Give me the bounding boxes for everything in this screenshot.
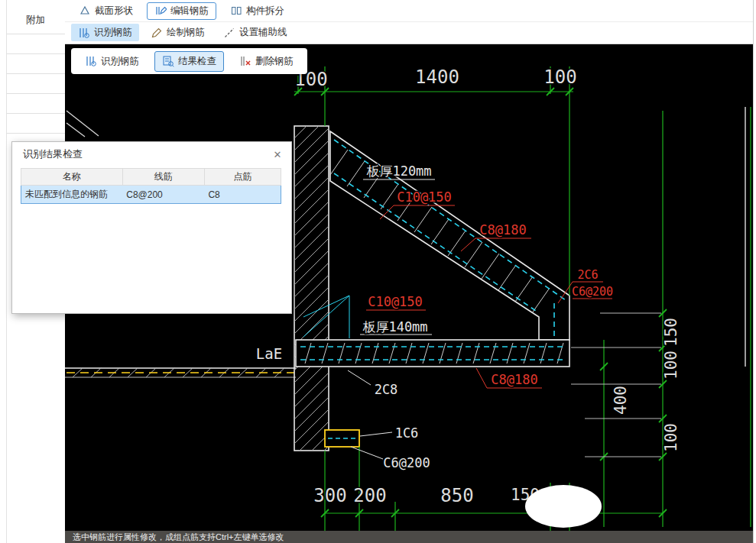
aux-line-icon [223, 27, 235, 39]
grid-line [6, 93, 65, 94]
label-lae: LaE [256, 345, 282, 362]
tab-label: 构件拆分 [246, 5, 284, 18]
table-header-row: 名称 线筋 点筋 [21, 169, 281, 186]
tool-label: 设置辅助线 [239, 26, 287, 39]
redaction-blob [525, 485, 602, 528]
grid-line [6, 113, 65, 114]
right-panel-edge [753, 0, 756, 543]
edge-beam[interactable] [325, 430, 359, 447]
delete-rebar-button[interactable]: 删除钢筋 [232, 51, 301, 72]
cell-point-rebar[interactable]: C8 [204, 186, 281, 204]
delete-rebar-icon [239, 55, 251, 67]
dim-right-100b: 100 [662, 423, 680, 452]
dim-right-400: 400 [612, 386, 630, 415]
draw-rebar-icon [151, 27, 163, 39]
dialog-title: 识别结果检查 [12, 142, 291, 166]
ribbon: 截面形状 编辑钢筋 构件拆分 识别钢筋 绘制钢筋 [65, 0, 753, 44]
dim-bottom-200: 200 [353, 485, 386, 506]
grid-line [6, 133, 65, 134]
col-header-name: 名称 [21, 169, 123, 186]
tab-section-shape[interactable]: 截面形状 [71, 2, 141, 20]
tool-label: 绘制钢筋 [167, 26, 205, 39]
label-c6-200-right: C6@200 [572, 285, 613, 299]
ribbon-tab-row: 截面形状 编辑钢筋 构件拆分 [65, 0, 753, 22]
result-check-button[interactable]: 结果检查 [154, 51, 224, 72]
label-c10-150-top: C10@150 [397, 189, 452, 205]
tool-label: 识别钢筋 [94, 26, 132, 39]
tab-label: 截面形状 [95, 5, 133, 18]
label-2c8: 2C8 [375, 382, 398, 397]
dim-right-150: 150 [662, 318, 680, 347]
left-panel-header: 附加 [26, 14, 45, 27]
edit-rebar-icon [154, 5, 167, 17]
identify-rebar-icon [78, 27, 90, 39]
col-header-point-rebar: 点筋 [204, 169, 281, 186]
tab-component-split[interactable]: 构件拆分 [222, 2, 292, 20]
canvas-toolbar: 识别钢筋 结果检查 删除钢筋 [71, 48, 307, 74]
button-label: 结果检查 [178, 55, 216, 68]
dim-bottom-850: 850 [440, 485, 473, 506]
result-check-icon [162, 55, 174, 67]
ribbon-tool-row: 识别钢筋 绘制钢筋 设置辅助线 [65, 22, 753, 43]
sloped-slab[interactable] [330, 131, 569, 340]
cell-name[interactable]: 未匹配到信息的钢筋 [21, 186, 123, 204]
dim-right-100a: 100 [662, 351, 680, 380]
cell-line-rebar[interactable]: C8@200 [122, 186, 204, 204]
label-2c6: 2C6 [577, 268, 598, 282]
grid-line [6, 34, 65, 34]
tab-label: 编辑钢筋 [170, 5, 209, 18]
identify-rebar-icon [85, 55, 97, 67]
label-thickness-140: 板厚140mm [362, 319, 427, 335]
label-c6-200-bottom: C6@200 [383, 455, 430, 470]
wall [294, 126, 329, 451]
close-icon[interactable]: ✕ [271, 148, 284, 162]
grid-line [6, 73, 65, 74]
tool-set-aux-line[interactable]: 设置辅助线 [216, 24, 294, 41]
col-header-line-rebar: 线筋 [122, 169, 204, 186]
label-c8-180-bottom: C8@180 [491, 372, 537, 387]
tab-edit-rebar[interactable]: 编辑钢筋 [147, 2, 216, 20]
status-text: 选中钢筋进行属性修改，成组点筋支持Ctrl+左键单选修改 [73, 532, 284, 541]
button-label: 删除钢筋 [255, 55, 294, 68]
status-bar: 选中钢筋进行属性修改，成组点筋支持Ctrl+左键单选修改 [65, 531, 753, 543]
tool-identify-rebar[interactable]: 识别钢筋 [71, 24, 139, 41]
label-c10-150-mid: C10@150 [368, 294, 423, 309]
partial-geometry [67, 111, 99, 137]
label-c8-180-top: C8@180 [479, 222, 526, 238]
result-check-dialog: 识别结果检查 ✕ 名称 线筋 点筋 未匹配到信息的钢筋 C8@200 C8 [11, 141, 292, 314]
grid-line [6, 53, 65, 54]
dim-top-1400: 1400 [415, 66, 459, 88]
label-thickness-120: 板厚120mm [366, 163, 431, 179]
result-table: 名称 线筋 点筋 未匹配到信息的钢筋 C8@200 C8 [21, 168, 281, 204]
canvas-identify-rebar-button[interactable]: 识别钢筋 [77, 51, 147, 72]
ground-hatch [65, 367, 296, 377]
floor-slab[interactable] [296, 340, 569, 367]
panel-divider [6, 0, 7, 543]
dim-bottom-300: 300 [313, 485, 346, 506]
component-split-icon [230, 5, 242, 17]
button-label: 识别钢筋 [101, 55, 139, 68]
label-1c6: 1C6 [395, 425, 419, 441]
table-row[interactable]: 未匹配到信息的钢筋 C8@200 C8 [21, 186, 281, 204]
section-shape-icon [79, 5, 91, 17]
dim-top-100-right: 100 [543, 66, 576, 88]
tool-draw-rebar[interactable]: 绘制钢筋 [144, 24, 212, 41]
